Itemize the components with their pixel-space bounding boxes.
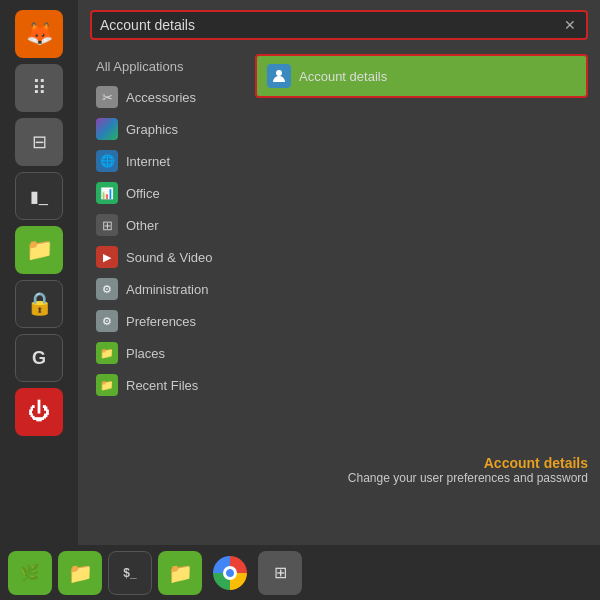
sound-video-icon: ▶ <box>96 246 118 268</box>
accessories-icon: ✂ <box>96 86 118 108</box>
taskbar: 🌿 📁 $_ 📁 ⊞ <box>0 545 600 600</box>
sidebar-terminal-icon[interactable]: ▮_ <box>15 172 63 220</box>
category-preferences[interactable]: ⚙ Preferences <box>90 305 245 337</box>
category-places[interactable]: 📁 Places <box>90 337 245 369</box>
sidebar-files-icon[interactable]: 📁 <box>15 226 63 274</box>
svg-point-0 <box>276 70 282 76</box>
internet-label: Internet <box>126 154 170 169</box>
sidebar-chromium-icon[interactable]: G <box>15 334 63 382</box>
result-panel: Account details <box>255 54 588 401</box>
places-icon: 📁 <box>96 342 118 364</box>
preferences-label: Preferences <box>126 314 196 329</box>
places-label: Places <box>126 346 165 361</box>
account-details-label: Account details <box>299 69 387 84</box>
category-office[interactable]: 📊 Office <box>90 177 245 209</box>
category-accessories[interactable]: ✂ Accessories <box>90 81 245 113</box>
description-subtitle: Change your user preferences and passwor… <box>348 471 588 485</box>
search-clear-button[interactable]: ✕ <box>562 17 578 33</box>
sidebar-apps-icon[interactable]: ⠿ <box>15 64 63 112</box>
search-input[interactable] <box>100 17 562 33</box>
other-icon: ⊞ <box>96 214 118 236</box>
taskbar-mint-menu[interactable]: 🌿 <box>8 551 52 595</box>
recent-files-icon: 📁 <box>96 374 118 396</box>
category-graphics[interactable]: Graphics <box>90 113 245 145</box>
sidebar-storage-icon[interactable]: ⊟ <box>15 118 63 166</box>
office-label: Office <box>126 186 160 201</box>
taskbar-files2[interactable]: 📁 <box>158 551 202 595</box>
category-internet[interactable]: 🌐 Internet <box>90 145 245 177</box>
search-bar: ✕ <box>90 10 588 40</box>
administration-icon: ⚙ <box>96 278 118 300</box>
sidebar-power-icon[interactable]: ⏻ <box>15 388 63 436</box>
taskbar-chrome[interactable] <box>208 551 252 595</box>
content-area: All Applications ✂ Accessories Graphics … <box>90 54 588 401</box>
sidebar-firefox-icon[interactable]: 🦊 <box>15 10 63 58</box>
administration-label: Administration <box>126 282 208 297</box>
category-sound-video[interactable]: ▶ Sound & Video <box>90 241 245 273</box>
category-recent-files[interactable]: 📁 Recent Files <box>90 369 245 401</box>
taskbar-apps[interactable]: ⊞ <box>258 551 302 595</box>
chrome-logo <box>213 556 247 590</box>
description-title: Account details <box>348 455 588 471</box>
graphics-icon <box>96 118 118 140</box>
sound-video-label: Sound & Video <box>126 250 213 265</box>
office-icon: 📊 <box>96 182 118 204</box>
main-panel: ✕ All Applications ✂ Accessories Graphic… <box>78 0 600 545</box>
accessories-label: Accessories <box>126 90 196 105</box>
app-description: Account details Change your user prefere… <box>348 455 588 485</box>
category-all-applications[interactable]: All Applications <box>90 54 245 79</box>
sidebar: 🦊 ⠿ ⊟ ▮_ 📁 🔒 G ⏻ <box>0 0 78 545</box>
preferences-icon: ⚙ <box>96 310 118 332</box>
all-applications-label: All Applications <box>96 59 183 74</box>
result-account-details[interactable]: Account details <box>255 54 588 98</box>
category-other[interactable]: ⊞ Other <box>90 209 245 241</box>
taskbar-terminal[interactable]: $_ <box>108 551 152 595</box>
account-details-icon <box>267 64 291 88</box>
recent-files-label: Recent Files <box>126 378 198 393</box>
taskbar-files1[interactable]: 📁 <box>58 551 102 595</box>
other-label: Other <box>126 218 159 233</box>
sidebar-lock-icon[interactable]: 🔒 <box>15 280 63 328</box>
graphics-label: Graphics <box>126 122 178 137</box>
category-list: All Applications ✂ Accessories Graphics … <box>90 54 245 401</box>
internet-icon: 🌐 <box>96 150 118 172</box>
category-administration[interactable]: ⚙ Administration <box>90 273 245 305</box>
